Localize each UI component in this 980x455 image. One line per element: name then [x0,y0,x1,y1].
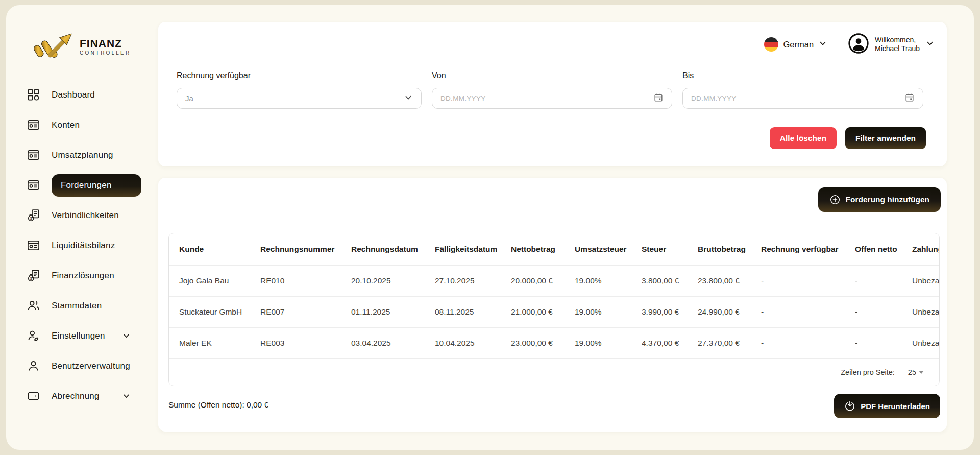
table-cell: 19.00% [575,296,642,327]
sidebar-item-label: Finanzlösungen [52,271,114,281]
column-header: Nettobetrag [511,233,575,265]
column-header: Fälligkeitsdatum [435,233,511,265]
table-cell: - [761,296,855,327]
sidebar-item-label: Umsatzplanung [52,150,113,160]
table-cell: 24.990,00 € [698,296,761,327]
bis-date-input[interactable]: DD.MM.YYYY [682,88,923,109]
welcome-text: Willkommen, Michael Traub [875,36,920,54]
sidebar-item-label: Konten [52,120,80,130]
sidebar: FINANZ CONTROLLER DashboardKontenUmsatzp… [6,5,152,450]
add-receivable-button[interactable]: Forderung hinzufügen [818,187,941,212]
table-cell: RE003 [260,327,351,358]
sidebar-item-verbindlichkeiten[interactable]: $Verbindlichkeiten [6,200,152,230]
chevron-down-icon [925,39,935,50]
table-cell: Unbezahlt [912,265,940,296]
table-cell: 21.000,00 € [511,296,575,327]
table-cell: 27.370,00 € [698,327,761,358]
table-cell: - [761,265,855,296]
language-selector[interactable]: German [764,37,827,52]
table-cell: 3.990,00 € [642,296,698,327]
table-cell: 23.000,00 € [511,327,575,358]
rechnung-verfuegbar-select[interactable]: Ja [177,88,422,109]
sidebar-item-finanzl-sungen[interactable]: $Finanzlösungen [6,260,152,291]
bis-label: Bis [682,71,923,80]
table-cell: 3.800,00 € [642,265,698,296]
rechnung-verfuegbar-label: Rechnung verfügbar [177,71,422,80]
person-icon [27,359,40,373]
table-row[interactable]: Stuckateur GmbHRE00701.11.202508.11.2025… [169,296,940,327]
plus-circle-icon [829,194,841,205]
receivables-card: Forderung hinzufügen KundeRechnungsnumme… [158,178,947,432]
sidebar-nav: DashboardKontenUmsatzplanungForderungen$… [6,80,152,411]
users-icon [27,299,40,313]
sidebar-item-liquidit-tsbilanz[interactable]: Liquiditätsbilanz [6,230,152,260]
table-cell: - [855,265,912,296]
calendar-icon[interactable] [904,92,915,104]
sidebar-item-label: Forderungen [52,174,141,197]
filter-actions: Alle löschen Filter anwenden [770,127,926,149]
table-cell: 01.11.2025 [351,296,435,327]
person-edit-icon [27,329,40,343]
sidebar-item-forderungen[interactable]: Forderungen [6,170,152,200]
sidebar-item-stammdaten[interactable]: Stammdaten [6,291,152,321]
account-card-icon [27,238,40,252]
svg-text:$: $ [30,276,32,281]
table-row[interactable]: Maler EKRE00303.04.202510.04.202523.000,… [169,327,940,358]
topbar: German Willkommen, Michael Traub [764,33,935,56]
table-cell: 19.00% [575,327,642,358]
sidebar-item-konten[interactable]: Konten [6,110,152,140]
table-cell: Unbezahlt [912,327,940,358]
column-header: Kunde [169,233,260,265]
account-card-icon [27,148,40,162]
rows-per-page-value: 25 [908,368,916,376]
sidebar-item-label: Einstellungen [52,331,105,341]
column-header: Rechnung verfügbar [761,233,855,265]
sidebar-item-label: Stammdaten [52,301,102,311]
sidebar-item-label: Abrechnung [52,391,100,401]
table-cell: 20.10.2025 [351,265,435,296]
sidebar-item-abrechnung[interactable]: Abrechnung [6,381,152,411]
user-menu[interactable]: Willkommen, Michael Traub [848,33,935,56]
table-row[interactable]: Jojo Gala BauRE01020.10.202527.10.202520… [169,265,940,296]
column-header: Bruttobetrag [698,233,761,265]
rows-per-page-label: Zeilen pro Seite: [841,368,895,376]
german-flag-icon [764,37,778,52]
column-header: Offen netto [855,233,912,265]
grid-icon [27,88,40,102]
von-label: Von [432,71,672,80]
column-header: Umsatzsteuer [575,233,642,265]
table-cell: 4.370,00 € [642,327,698,358]
filter-fields: Rechnung verfügbar Ja Von DD.MM.YYYY [177,71,923,109]
table-cell: 19.00% [575,265,642,296]
table-cell: Unbezahlt [912,296,940,327]
logo-chart-icon [31,32,75,62]
sidebar-item-label: Liquiditätsbilanz [52,241,115,251]
download-pdf-button[interactable]: PDF Herunterladen [834,394,940,418]
clear-all-button[interactable]: Alle löschen [770,127,837,149]
table-cell: Maler EK [169,327,260,358]
table-cell: - [855,327,912,358]
sidebar-item-benutzerverwaltung[interactable]: Benutzerverwaltung [6,351,152,381]
rows-per-page-select[interactable]: 25 [908,368,924,376]
receivables-table-scroll-area[interactable]: KundeRechnungsnummerRechnungsdatumFällig… [168,233,940,386]
von-date-input[interactable]: DD.MM.YYYY [432,88,672,109]
chevron-down-icon [122,331,131,340]
sidebar-item-dashboard[interactable]: Dashboard [6,80,152,110]
sidebar-item-label: Dashboard [52,90,95,100]
table-cell: - [855,296,912,327]
table-cell: 20.000,00 € [511,265,575,296]
brand-logo: FINANZ CONTROLLER [31,32,131,62]
table-body: Jojo Gala BauRE01020.10.202527.10.202520… [169,265,940,358]
table-cell: RE007 [260,296,351,327]
sidebar-item-einstellungen[interactable]: Einstellungen [6,321,152,351]
table-cell: 27.10.2025 [435,265,511,296]
sidebar-item-umsatzplanung[interactable]: Umsatzplanung [6,140,152,170]
table-cell: RE010 [260,265,351,296]
von-placeholder: DD.MM.YYYY [440,94,486,102]
apply-filter-button[interactable]: Filter anwenden [845,127,926,149]
download-pdf-label: PDF Herunterladen [861,402,930,411]
chevron-down-icon [122,392,131,400]
calendar-icon[interactable] [653,92,664,104]
table-header: KundeRechnungsnummerRechnungsdatumFällig… [169,233,940,265]
avatar-icon [848,33,869,56]
